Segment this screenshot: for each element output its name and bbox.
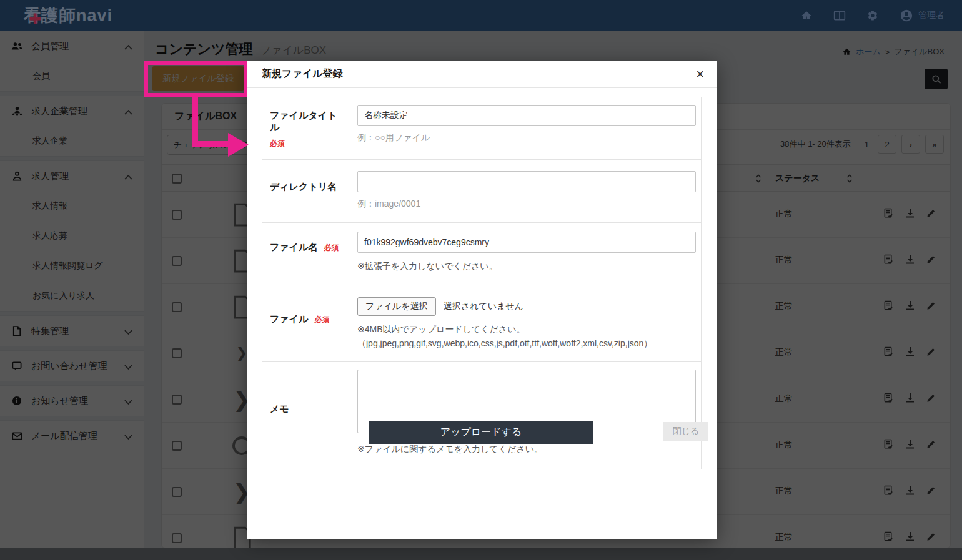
home-icon[interactable] [801, 10, 812, 21]
field-hint: 例：image/0001 [357, 199, 696, 210]
required-badge: 必須 [324, 243, 339, 252]
directory-name-input[interactable] [357, 171, 696, 192]
navbar-icons: 管理者 [801, 9, 945, 22]
no-file-selected-text: 選択されていません [444, 301, 523, 312]
manual-book-icon[interactable] [833, 10, 846, 21]
screen: ✚ 看護師navi 管理者 会員管理 会員 求人企業管理 求人企業 [0, 0, 962, 560]
modal-form: ファイルタイトル 必須 例：○○用ファイル ディレクトリ名 例：image/00… [262, 97, 702, 469]
modal-close-button[interactable]: 閉じる [663, 422, 708, 441]
field-label: ファイル [270, 313, 308, 324]
annotation-highlight-rectangle [144, 61, 247, 97]
file-name-input[interactable] [357, 232, 696, 253]
user-menu[interactable]: 管理者 [900, 9, 945, 22]
top-navbar: ✚ 看護師navi 管理者 [0, 0, 962, 31]
form-row-file-name: ファイル名 必須 ※拡張子を入力しないでください。 [262, 223, 701, 287]
settings-gear-icon[interactable] [867, 10, 878, 21]
form-row-file: ファイル 必須 ファイルを選択 選択されていません ※4MB以内でアップロードし… [262, 287, 701, 362]
modal-title: 新規ファイル登録 [262, 67, 343, 81]
required-badge: 必須 [270, 139, 345, 149]
form-row-directory: ディレクトリ名 例：image/0001 [262, 160, 701, 223]
field-label: ディレクトリ名 [270, 181, 337, 192]
annotation-arrow-head [228, 133, 249, 157]
annotation-arrow-horizontal-segment [192, 141, 231, 147]
annotation-arrow-vertical-segment [192, 96, 198, 147]
modal-close-icon[interactable]: × [696, 67, 704, 81]
app-logo[interactable]: ✚ 看護師navi [24, 4, 112, 27]
field-label: ファイルタイトル [270, 110, 337, 132]
required-badge: 必須 [315, 315, 330, 324]
file-title-input[interactable] [357, 105, 696, 126]
field-hint: ※拡張子を入力しないでください。 [357, 259, 696, 273]
field-hint: 例：○○用ファイル [357, 132, 696, 144]
field-label: ファイル名 [270, 242, 317, 252]
user-label: 管理者 [918, 10, 945, 21]
red-cross-icon: ✚ [29, 12, 42, 27]
field-hint: ※4MB以内でアップロードしてください。（jpg,jpeg,png,gif,sv… [357, 322, 696, 350]
form-row-memo: メモ ※ファイルに関するメモを入力してください。 [262, 362, 701, 468]
modal-footer: アップロードする 閉じる [247, 421, 717, 446]
form-row-file-title: ファイルタイトル 必須 例：○○用ファイル [262, 97, 701, 160]
user-avatar-icon [900, 9, 913, 22]
choose-file-button[interactable]: ファイルを選択 [357, 297, 436, 316]
field-label: メモ [270, 403, 289, 414]
new-file-modal: 新規ファイル登録 × ファイルタイトル 必須 例：○○用ファイル ディレクトリ名 [247, 61, 717, 539]
upload-button[interactable]: アップロードする [369, 421, 593, 444]
